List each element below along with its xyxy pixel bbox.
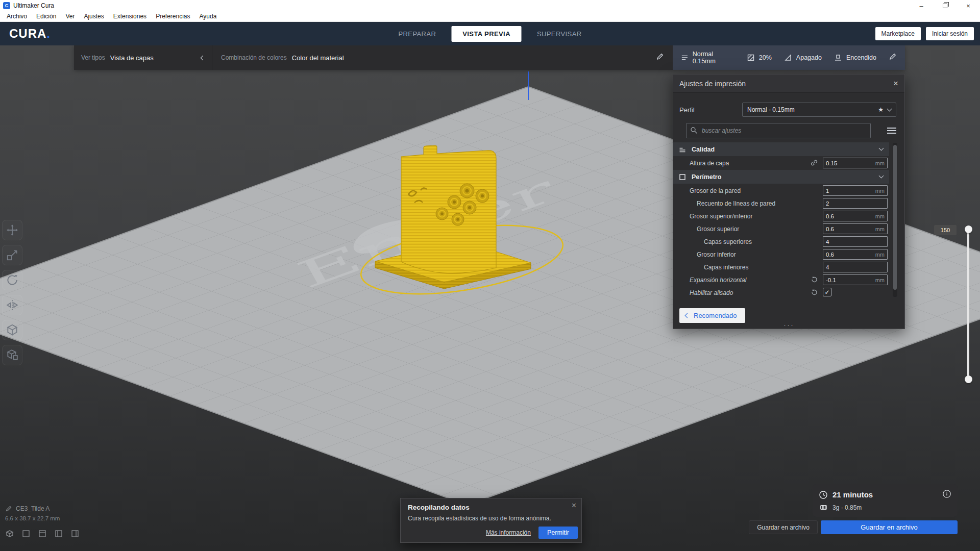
menu-ayuda[interactable]: Ayuda — [195, 12, 222, 21]
setting-value: 0.6 — [826, 226, 834, 232]
left-toolbar — [2, 220, 22, 365]
setting-value-field[interactable]: 4 — [823, 262, 888, 272]
support-summary: Apagado — [784, 54, 822, 62]
profile-row: Perfil Normal - 0.15mm ★ — [679, 103, 896, 117]
panel-resize-handle[interactable]: ··· — [783, 321, 794, 329]
setting-value-field[interactable]: 2 — [823, 198, 888, 209]
reset-icon[interactable] — [810, 288, 818, 298]
menu-archivo[interactable]: Archivo — [2, 12, 32, 21]
setting-unit: mm — [875, 188, 885, 194]
printer-settings-summary[interactable]: Normal 0.15mm 20% Apagado Encendido — [673, 45, 905, 70]
dialog-body: Cura recopila estadísticas de uso de for… — [408, 515, 574, 522]
setting-value-field[interactable]: 4 — [823, 236, 888, 247]
setting-value: 0.6 — [826, 252, 834, 258]
collapse-chevron-icon[interactable] — [201, 55, 206, 60]
setting-value-field[interactable]: 0.15 mm — [823, 158, 888, 168]
setting-value-field[interactable]: -0.1 mm — [823, 274, 888, 285]
settings-menu-icon[interactable] — [887, 128, 896, 134]
setting-value-field[interactable]: 0.6 mm — [823, 211, 888, 221]
layer-height-icon — [681, 54, 689, 62]
allow-button[interactable]: Permitir — [538, 527, 578, 539]
category-label: Calidad — [692, 146, 715, 153]
setting-value-field[interactable]: 0.6 mm — [823, 249, 888, 260]
view-left-icon[interactable] — [54, 529, 63, 538]
tab-vista-previa[interactable]: VISTA PREVIA — [451, 26, 522, 42]
sign-in-button[interactable]: Iniciar sesión — [926, 27, 974, 40]
cura-app: C Ultimaker Cura – × Archivo Edición Ver… — [0, 0, 980, 551]
menu-edicion[interactable]: Edición — [32, 12, 61, 21]
chevron-down-icon — [879, 173, 884, 179]
close-window-button[interactable]: × — [957, 0, 980, 11]
window-title: Ultimaker Cura — [13, 2, 54, 9]
settings-category-perimetro[interactable]: Perímetro — [673, 170, 889, 184]
view-3d-icon[interactable] — [5, 529, 14, 538]
rename-pencil-icon[interactable] — [5, 505, 12, 512]
tab-supervisar[interactable]: SUPERVISAR — [530, 26, 589, 42]
profile-summary-text: Normal 0.15mm — [693, 51, 734, 65]
marketplace-button[interactable]: Marketplace — [875, 27, 921, 40]
close-panel-icon[interactable]: × — [893, 79, 898, 88]
save-to-file-button[interactable]: Guardar en archivo — [821, 520, 958, 534]
menu-ajustes[interactable]: Ajustes — [79, 12, 108, 21]
menu-ver[interactable]: Ver — [61, 12, 79, 21]
logo-dot: . — [46, 27, 51, 40]
info-icon[interactable] — [942, 489, 951, 500]
menu-extensiones[interactable]: Extensiones — [109, 12, 151, 21]
close-dialog-icon[interactable]: × — [572, 501, 576, 510]
output-device-selector[interactable]: Guardar en archivo — [749, 520, 818, 534]
search-row — [686, 123, 871, 138]
view-top-icon[interactable] — [38, 529, 47, 538]
setting-row-grosor-sup-inf: Grosor superior/inferior 0.6 mm — [673, 210, 889, 222]
scale-icon — [6, 248, 19, 262]
menu-preferencias[interactable]: Preferencias — [151, 12, 194, 21]
setting-label: Grosor de la pared — [690, 187, 741, 194]
recommended-mode-button[interactable]: Recomendado — [679, 308, 745, 323]
setting-value-field[interactable]: 1 mm — [823, 185, 888, 196]
scale-tool-button[interactable] — [2, 245, 22, 265]
per-model-settings-button[interactable] — [2, 320, 22, 340]
reset-icon[interactable] — [810, 276, 818, 286]
setting-row-grosor-pared: Grosor de la pared 1 mm — [673, 184, 889, 197]
view-right-icon[interactable] — [70, 529, 80, 538]
panel-header: Ajustes de impresión × — [673, 74, 904, 93]
edit-view-pencil-icon[interactable] — [656, 53, 664, 63]
link-icon[interactable] — [810, 159, 818, 169]
search-icon — [690, 127, 698, 136]
view-type-dropdown[interactable]: Ver tipos Vista de capas — [74, 45, 212, 70]
settings-scrollbar[interactable] — [893, 143, 897, 297]
setting-value: 2 — [826, 201, 829, 207]
setting-value-field[interactable]: 0.6 mm — [823, 223, 888, 234]
save-to-file-label: Guardar en archivo — [861, 523, 917, 531]
move-tool-button[interactable] — [2, 220, 22, 240]
layer-slider-track[interactable] — [967, 229, 969, 380]
camera-view-buttons — [5, 529, 80, 538]
restore-icon — [943, 4, 947, 8]
settings-list: Calidad Altura de capa 0.15 mm Perímetro — [673, 142, 889, 299]
setting-label: Grosor inferior — [697, 251, 736, 258]
minimize-button[interactable]: – — [910, 0, 933, 11]
mirror-tool-button[interactable] — [2, 295, 22, 315]
setting-label: Habilitar alisado — [690, 289, 733, 296]
settings-category-calidad[interactable]: Calidad — [673, 142, 889, 156]
setting-checkbox[interactable]: ✓ — [823, 288, 831, 296]
color-scheme-dropdown[interactable]: Combinación de colores Color del materia… — [212, 45, 673, 70]
tab-preparar[interactable]: PREPARAR — [391, 26, 444, 42]
app-header: CURA. PREPARAR VISTA PREVIA SUPERVISAR M… — [0, 22, 980, 45]
layer-slider-top-handle[interactable] — [965, 226, 972, 233]
edit-print-settings-pencil-icon[interactable] — [889, 53, 897, 63]
restore-button[interactable] — [933, 0, 957, 11]
rotate-tool-button[interactable] — [2, 270, 22, 290]
model-name: CE3_Tilde A — [16, 505, 50, 512]
chevron-left-icon — [685, 313, 690, 318]
sliced-model[interactable] — [401, 145, 496, 273]
move-icon — [6, 223, 19, 237]
profile-select[interactable]: Normal - 0.15mm ★ — [742, 103, 896, 117]
view-front-icon[interactable] — [21, 529, 31, 538]
shell-icon — [678, 173, 688, 181]
support-blocker-button[interactable] — [2, 345, 22, 365]
scrollbar-thumb[interactable] — [893, 145, 897, 290]
infill-summary-text: 20% — [759, 54, 772, 61]
more-info-link[interactable]: Más información — [486, 529, 531, 536]
settings-search-input[interactable] — [686, 123, 871, 138]
layer-slider-bottom-handle[interactable] — [965, 375, 972, 383]
